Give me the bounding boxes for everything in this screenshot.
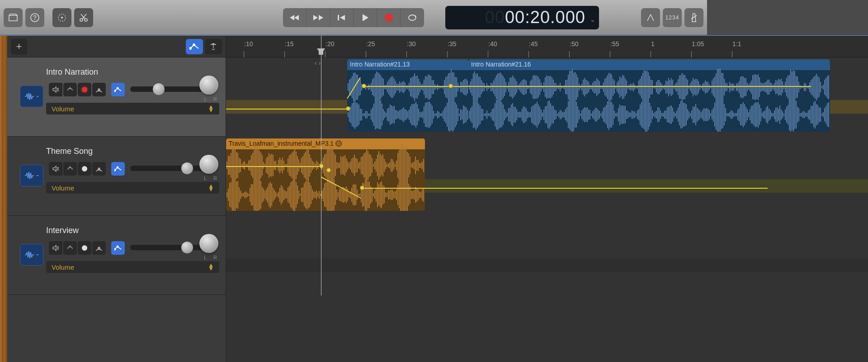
track-lane-3[interactable] — [226, 216, 707, 295]
track-name-label: Intro Narration — [46, 67, 98, 77]
automation-point[interactable] — [360, 186, 364, 190]
ruler-tick: :40 — [488, 40, 497, 48]
lcd-ghost-digits: 00 — [485, 8, 505, 27]
automation-point[interactable] — [319, 164, 324, 168]
input-monitor-button[interactable] — [92, 162, 106, 176]
tuner-button[interactable] — [641, 8, 660, 27]
audio-region[interactable]: Travis_Loafman_instrumental_MP3.1 ⨷ — [226, 138, 425, 211]
record-button[interactable] — [377, 8, 401, 27]
pan-knob[interactable] — [199, 76, 218, 95]
solo-button[interactable] — [63, 83, 77, 96]
chevron-down-icon[interactable]: ⌄ — [590, 16, 595, 23]
svg-point-18 — [117, 246, 118, 247]
automation-strip — [226, 258, 707, 272]
svg-point-17 — [114, 248, 116, 250]
library-button[interactable] — [4, 8, 23, 27]
ruler-tick: 1:05 — [692, 40, 704, 48]
automation-point[interactable] — [326, 168, 331, 172]
stepper-icon[interactable]: ▲▼ — [208, 105, 214, 112]
ruler-tick: :10 — [244, 40, 253, 48]
input-monitor-button[interactable] — [92, 83, 106, 96]
mute-button[interactable] — [49, 83, 62, 96]
cycle-button[interactable] — [401, 8, 424, 27]
svg-point-14 — [114, 169, 116, 171]
audio-region[interactable]: Intro Narration#21.13 — [347, 59, 468, 132]
solo-button[interactable] — [63, 162, 77, 176]
track-name-label: Interview — [46, 226, 79, 235]
automation-segment[interactable] — [226, 166, 321, 167]
track-type-icon[interactable] — [20, 244, 43, 266]
mute-button[interactable] — [49, 241, 62, 255]
automation-point[interactable] — [448, 84, 453, 88]
automation-parameter-label: Volume — [52, 184, 74, 192]
playhead[interactable] — [321, 36, 321, 295]
ruler-tick: :25 — [366, 40, 375, 48]
time-ruler[interactable]: :10:15:20:25:30:35:40:45:50:5511:051:1 — [226, 36, 707, 57]
mute-button[interactable] — [49, 162, 62, 176]
solo-button[interactable] — [63, 241, 77, 255]
svg-rect-6 — [338, 15, 339, 20]
automation-segment[interactable] — [362, 86, 449, 87]
automation-segment[interactable] — [449, 86, 707, 87]
svg-point-9 — [193, 44, 195, 46]
track-header-row[interactable]: Interview L R Volume ▲▼ — [7, 216, 226, 295]
ruler-tick: :15 — [285, 40, 293, 48]
automation-parameter-select[interactable]: Volume ▲▼ — [46, 261, 219, 273]
svg-point-11 — [114, 90, 116, 91]
help-button[interactable]: ? — [25, 8, 44, 27]
smart-controls-button[interactable] — [52, 8, 71, 27]
automation-parameter-label: Volume — [52, 263, 74, 271]
track-header-row[interactable]: Theme Song L R Volume ▲▼ — [7, 137, 226, 216]
track-lane-1[interactable]: Intro Narration#21.13 Intro Narration#21… — [226, 57, 707, 137]
pan-knob[interactable] — [199, 155, 218, 174]
volume-slider[interactable] — [130, 245, 206, 250]
catch-playhead-button[interactable] — [205, 39, 222, 54]
automation-view-button[interactable] — [186, 39, 203, 54]
ruler-tick: 1 — [651, 40, 655, 48]
add-track-button[interactable]: + — [11, 38, 27, 55]
automation-segment[interactable] — [226, 109, 347, 110]
volume-slider[interactable] — [130, 86, 206, 92]
automation-segment[interactable] — [361, 188, 707, 189]
scissors-button[interactable] — [74, 8, 93, 27]
automation-mode-button[interactable] — [111, 162, 125, 176]
input-monitor-button[interactable] — [92, 241, 106, 255]
ruler-tick: :30 — [407, 40, 415, 48]
ruler-tick: :35 — [448, 40, 456, 48]
automation-point[interactable] — [362, 84, 366, 88]
track-controls — [49, 162, 125, 176]
metronome-button[interactable] — [684, 8, 703, 27]
track-header-row[interactable]: Intro Narration L R Volume ▲▼ — [7, 57, 226, 137]
svg-point-7 — [409, 15, 416, 20]
track-type-icon[interactable] — [20, 165, 43, 186]
pan-lr-label: L R — [204, 255, 220, 260]
forward-button[interactable] — [307, 8, 330, 27]
count-in-button[interactable]: 1234 — [663, 8, 682, 27]
automation-mode-button[interactable] — [111, 83, 125, 96]
stepper-icon[interactable]: ▲▼ — [208, 184, 214, 191]
track-type-icon[interactable] — [20, 86, 43, 107]
rewind-button[interactable] — [283, 8, 307, 27]
play-button[interactable] — [354, 8, 377, 27]
audio-region[interactable]: Intro Narration#21.16 — [468, 59, 707, 132]
go-to-start-button[interactable] — [330, 8, 354, 27]
lcd-time-value: 00:20.000 — [505, 8, 585, 27]
automation-mode-button[interactable] — [111, 241, 125, 255]
timeline[interactable]: :10:15:20:25:30:35:40:45:50:5511:051:1 ‹… — [226, 36, 707, 295]
pan-lr-label: L R — [204, 176, 220, 181]
svg-point-8 — [189, 48, 191, 49]
svg-point-15 — [117, 167, 118, 168]
record-enable-button[interactable] — [78, 162, 91, 176]
record-enable-button[interactable] — [78, 83, 91, 96]
record-enable-button[interactable] — [78, 241, 91, 255]
track-controls — [49, 241, 125, 255]
tracks-panel-header: + — [7, 36, 226, 57]
automation-point[interactable] — [346, 106, 350, 111]
volume-slider[interactable] — [130, 166, 206, 171]
track-lane-2[interactable]: Travis_Loafman_instrumental_MP3.1 ⨷ — [226, 137, 707, 216]
pan-knob[interactable] — [199, 234, 218, 253]
automation-parameter-select[interactable]: Volume ▲▼ — [46, 182, 219, 194]
stepper-icon[interactable]: ▲▼ — [208, 263, 214, 271]
automation-parameter-select[interactable]: Volume ▲▼ — [46, 103, 219, 114]
time-display[interactable]: 00 00:20.000 ⌄ — [445, 6, 599, 29]
